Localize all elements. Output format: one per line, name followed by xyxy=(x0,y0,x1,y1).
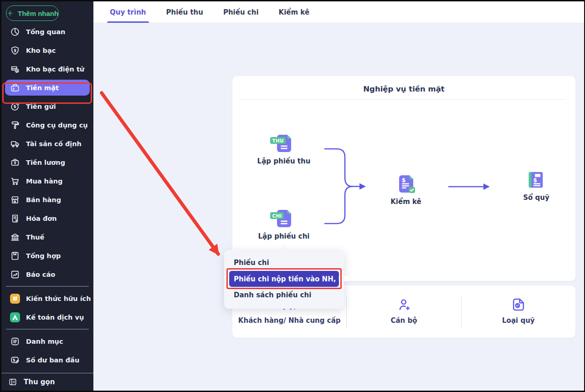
dropdown-item-phieu-chi[interactable]: Phiếu chi xyxy=(224,255,344,271)
sidebar-item-label: Tiền gửi xyxy=(26,103,56,110)
card-title: Nghiệp vụ tiền mặt xyxy=(232,76,575,99)
sidebar-item-hoa-don[interactable]: $Hóa đơn xyxy=(5,210,90,226)
sidebar-item-tong-hop[interactable]: Tổng hợp xyxy=(5,248,90,264)
flow-node-label: Lập phiếu chi xyxy=(258,232,310,240)
sidebar-item-label: Công cụ dụng cụ xyxy=(26,122,88,129)
cart-icon xyxy=(10,176,20,186)
knowledge-icon xyxy=(10,294,20,304)
fund-type-icon: $ xyxy=(511,297,526,312)
sidebar-item-mua-hang[interactable]: Mua hàng xyxy=(5,173,90,189)
main-area: Quy trìnhPhiếu thuPhiếu chiKiểm kê Nghiệ… xyxy=(93,1,584,391)
coin-rotate-icon: $ xyxy=(10,102,20,112)
cashbook-icon: $ xyxy=(526,169,547,190)
category-icon xyxy=(10,336,20,346)
sidebar-item-tien-gui[interactable]: $Tiền gửi xyxy=(5,98,90,114)
dropdown-item-danh-sach-phieu-chi[interactable]: Danh sách phiếu chi xyxy=(224,287,344,303)
svg-text:$: $ xyxy=(16,69,18,72)
svg-text:$: $ xyxy=(15,218,17,222)
sidebar-item-label: Báo cáo xyxy=(26,271,55,278)
e-treasury-icon: $ xyxy=(10,64,20,74)
pie-chart-icon xyxy=(10,27,20,37)
sidebar-item-label: Kho bạc điện tử xyxy=(26,66,84,73)
sidebar-item-label: Tổng quan xyxy=(26,28,65,36)
sidebar-item-label: Kho bạc xyxy=(26,47,56,54)
sidebar-item-kien-thuc-huu-ich[interactable]: Kiến thức hữu ích xyxy=(5,290,90,306)
quick-link-loai-quy[interactable]: $Loại quỹ xyxy=(462,285,575,338)
plus-icon xyxy=(6,10,14,17)
doc-receipt-icon: THU xyxy=(273,133,294,154)
briefcase-dollar-icon: $ xyxy=(10,158,20,168)
chi-badge: CHI xyxy=(270,212,284,219)
svg-text:$: $ xyxy=(401,177,405,183)
store-icon xyxy=(10,195,20,205)
sidebar-item-label: Số dư ban đầu xyxy=(26,356,79,364)
sidebar-nav: Tổng quan$Kho bạc$Kho bạc điện tử$Tiền m… xyxy=(1,24,93,368)
service-icon xyxy=(10,312,20,322)
sidebar-item-ban-hang[interactable]: Bán hàng xyxy=(5,192,90,208)
dropdown-item-phieu-chi-nop-tien-vao-nh-kb[interactable]: Phiếu chi nộp tiền vào NH, KB xyxy=(229,271,339,287)
quick-link-label: Loại quỹ xyxy=(502,316,535,325)
svg-text:$: $ xyxy=(14,48,16,52)
shield-dollar-icon: $ xyxy=(10,46,20,56)
svg-text:$: $ xyxy=(13,357,15,362)
sidebar-item-tien-luong[interactable]: $Tiền lương xyxy=(5,154,90,170)
doc-check-icon: $ xyxy=(395,173,416,194)
sidebar-item-label: Kế toán dịch vụ xyxy=(26,314,84,321)
sidebar-item-label: Tiền mặt xyxy=(26,84,59,92)
quick-add-label: Thêm nhanh xyxy=(18,10,58,17)
quick-add-button[interactable]: Thêm nhanh xyxy=(6,5,59,21)
sidebar-item-label: Danh mục xyxy=(26,338,63,345)
collapse-button[interactable]: Thu gọn xyxy=(1,373,93,391)
sidebar-item-label: Tổng hợp xyxy=(26,252,61,260)
content-area: Nghiệp vụ tiền mặt xyxy=(93,23,584,391)
sidebar-item-tien-mat[interactable]: $Tiền mặt xyxy=(5,80,90,96)
sidebar-item-bao-cao[interactable]: Báo cáo xyxy=(5,266,90,282)
svg-text:$: $ xyxy=(516,303,519,308)
sidebar-item-cong-cu-dung-cu[interactable]: Công cụ dụng cụ xyxy=(5,117,90,133)
quick-link-label: Cán bộ xyxy=(390,316,417,325)
bank-icon xyxy=(10,232,20,242)
sidebar: Thêm nhanh Tổng quan$Kho bạc$Kho bạc điệ… xyxy=(1,1,93,391)
doc-payment-icon: CHI xyxy=(273,208,294,229)
flow-node-label: Sổ quỹ xyxy=(523,193,549,202)
svg-text:$: $ xyxy=(533,177,537,183)
sidebar-item-label: Mua hàng xyxy=(26,178,62,185)
collapse-icon xyxy=(8,377,17,387)
sidebar-item-ke-toan-dich-vu[interactable]: Kế toán dịch vụ xyxy=(5,309,90,325)
opening-balance-icon: $ xyxy=(10,355,20,365)
svg-text:$: $ xyxy=(14,104,16,109)
sidebar-group-divider xyxy=(6,329,89,330)
collapse-label: Thu gọn xyxy=(24,378,55,386)
invoice-icon: $ xyxy=(10,214,20,224)
tab-phieu-chi[interactable]: Phiếu chi xyxy=(223,1,259,23)
sidebar-item-danh-muc[interactable]: Danh mục xyxy=(5,333,90,349)
sidebar-item-so-du-ban-dau[interactable]: $Số dư ban đầu xyxy=(5,352,90,368)
flow-node-lap-phieu-thu[interactable]: THU Lập phiếu thu xyxy=(250,133,318,165)
sidebar-item-kho-bac-dien-tu[interactable]: $Kho bạc điện tử xyxy=(5,61,90,77)
tab-quy-trinh[interactable]: Quy trình xyxy=(110,1,146,23)
flow-node-label: Kiểm kê xyxy=(390,198,421,206)
wallet-icon: $ xyxy=(10,83,20,93)
sidebar-item-tai-san-co-dinh[interactable]: Tài sản cố định xyxy=(5,136,90,152)
dropdown-items: Phiếu chiPhiếu chi nộp tiền vào NH, KBDa… xyxy=(224,255,344,303)
flow-node-kiem-ke[interactable]: $ Kiểm kê xyxy=(372,173,440,206)
truck-icon xyxy=(10,139,20,149)
sidebar-item-label: Kiến thức hữu ích xyxy=(26,295,91,302)
ledger-icon xyxy=(10,251,20,261)
tab-kiem-ke[interactable]: Kiểm kê xyxy=(279,1,310,23)
flow-node-so-quy[interactable]: $ Sổ quỹ xyxy=(502,169,570,202)
thu-badge: THU xyxy=(270,137,286,144)
person-plus-icon xyxy=(396,297,411,312)
sidebar-item-label: Hóa đơn xyxy=(26,215,57,222)
flow-node-lap-phieu-chi[interactable]: CHI Lập phiếu chi xyxy=(250,208,318,240)
report-icon xyxy=(10,270,20,280)
sidebar-item-thue[interactable]: Thuế xyxy=(5,229,90,245)
tab-bar: Quy trìnhPhiếu thuPhiếu chiKiểm kê xyxy=(93,1,584,23)
sidebar-item-kho-bac[interactable]: $Kho bạc xyxy=(5,42,90,58)
svg-text:$: $ xyxy=(14,161,16,165)
sidebar-item-label: Bán hàng xyxy=(26,196,61,204)
sidebar-item-label: Tiền lương xyxy=(26,159,65,166)
quick-link-can-bo[interactable]: Cán bộ xyxy=(347,285,461,338)
tab-phieu-thu[interactable]: Phiếu thu xyxy=(166,1,203,23)
sidebar-item-tong-quan[interactable]: Tổng quan xyxy=(5,24,90,40)
